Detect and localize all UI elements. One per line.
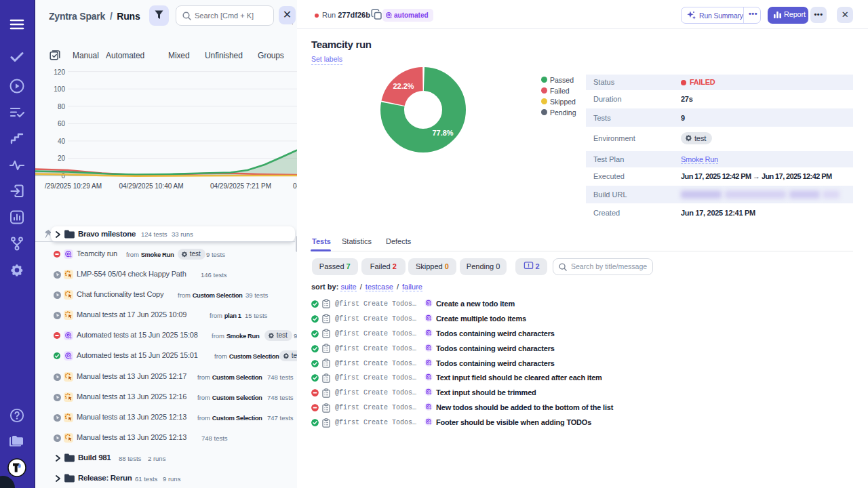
svg-text:/29/2025 10:29 AM: /29/2025 10:29 AM (45, 182, 102, 190)
svg-text:20: 20 (58, 155, 66, 162)
svg-text:22.2%: 22.2% (393, 82, 414, 90)
svg-text:40: 40 (58, 138, 66, 145)
svg-text:04/29/2025 10:40 AM: 04/29/2025 10:40 AM (119, 182, 183, 190)
svg-text:60: 60 (58, 120, 66, 127)
svg-text:100: 100 (54, 85, 65, 93)
svg-text:04/29/2025 7:21 PM: 04/29/2025 7:21 PM (210, 182, 271, 190)
svg-text:80: 80 (58, 103, 66, 110)
svg-text:120: 120 (54, 68, 65, 76)
svg-text:77.8%: 77.8% (432, 129, 453, 137)
